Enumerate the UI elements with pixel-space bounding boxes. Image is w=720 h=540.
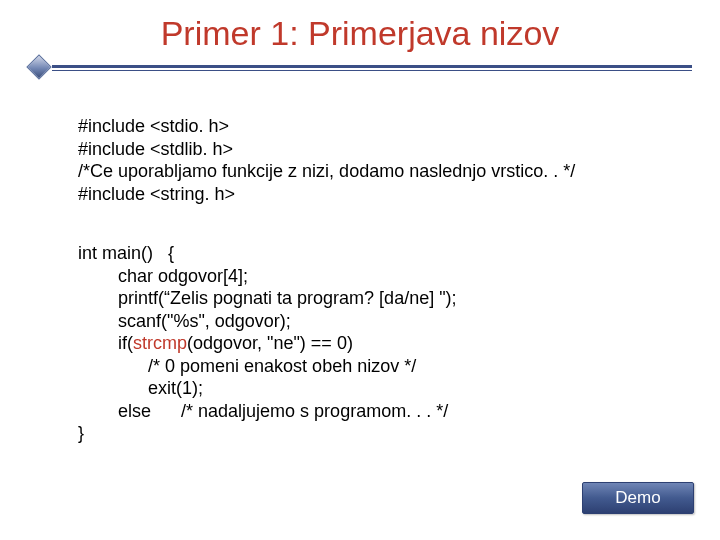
code-line: } <box>78 423 84 443</box>
code-line: char odgovor[4]; <box>78 266 248 286</box>
code-line: #include <stdlib. h> <box>78 139 233 159</box>
code-line: #include <stdio. h> <box>78 116 229 136</box>
code-main: int main() { char odgovor[4]; printf(“Ze… <box>78 242 660 445</box>
slide-title: Primer 1: Primerjava nizov <box>0 14 720 53</box>
code-line: printf(“Zelis pognati ta program? [da/ne… <box>78 288 457 308</box>
horizontal-rule <box>52 65 692 71</box>
code-line: scanf("%s", odgovor); <box>78 311 291 331</box>
code-line: /* 0 pomeni enakost obeh nizov */ <box>78 356 416 376</box>
code-line: int main() { <box>78 243 174 263</box>
diamond-bullet-icon <box>26 54 51 79</box>
title-rule <box>30 60 692 76</box>
slide: Primer 1: Primerjava nizov #include <std… <box>0 0 720 540</box>
code-line: #include <string. h> <box>78 184 235 204</box>
code-includes: #include <stdio. h> #include <stdlib. h>… <box>78 115 660 205</box>
code-line-part: (odgovor, "ne") == 0) <box>187 333 353 353</box>
demo-button[interactable]: Demo <box>582 482 694 514</box>
code-line: /*Ce uporabljamo funkcije z nizi, dodamo… <box>78 161 575 181</box>
code-line-part: if( <box>78 333 133 353</box>
code-line: exit(1); <box>78 378 203 398</box>
code-line: else /* nadaljujemo s programom. . . */ <box>78 401 448 421</box>
code-keyword-strcmp: strcmp <box>133 333 187 353</box>
